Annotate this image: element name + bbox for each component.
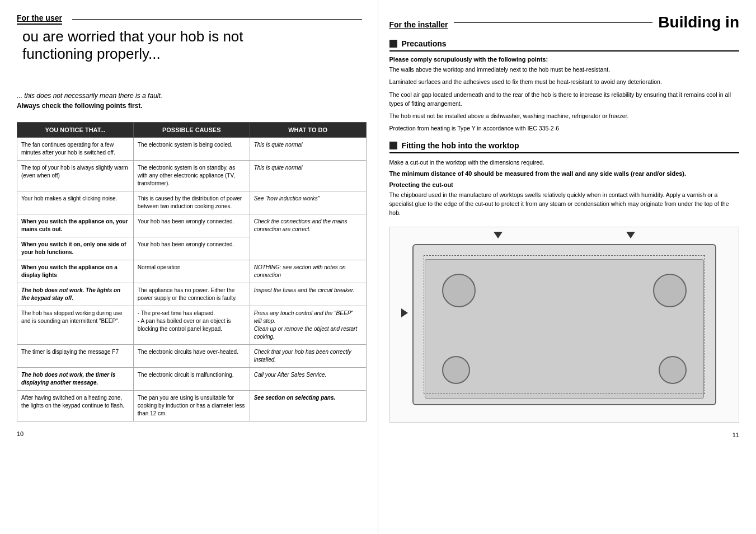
- precautions-paragraph: The hob must not be installed above a di…: [389, 111, 740, 120]
- notice-cell: The timer is displaying the message F7: [17, 345, 134, 368]
- table-row: Your hob makes a slight clicking noise.T…: [17, 191, 367, 214]
- table-row: When you switch the appliance on a displ…: [17, 260, 367, 283]
- sub-section-title: Protecting the cut-out: [389, 181, 740, 188]
- table-row: The timer is displaying the message F7Th…: [17, 345, 367, 368]
- table-row: The fan continues operating for a few mi…: [17, 138, 367, 161]
- col-header-notice: YOU NOTICE THAT...: [17, 123, 134, 138]
- what-cell: See section on selecting pans.: [250, 391, 366, 421]
- table-row: After having switched on a heating zone,…: [17, 391, 367, 421]
- left-header: For the user: [17, 13, 367, 25]
- what-cell: This is quite normal: [250, 161, 366, 191]
- what-cell: NOTHING: see section with notes on conne…: [250, 260, 366, 283]
- fitting-sub-text: The chipboard used in the manufacture of…: [389, 190, 740, 218]
- hob-diagram: [389, 227, 740, 423]
- hob-top-shape: [412, 244, 717, 405]
- fitting-intro: Make a cut-out in the worktop with the d…: [389, 158, 740, 167]
- dashed-top: [424, 255, 706, 256]
- cause-cell: This is caused by the distribution of po…: [133, 191, 250, 214]
- cause-cell: The electronic circuit is malfunctioning…: [133, 368, 250, 391]
- table-row: The hob has stopped working during use a…: [17, 306, 367, 345]
- headline: ou are worried that your hob is not func…: [22, 28, 367, 63]
- header-divider: [72, 19, 362, 20]
- notice-cell: Your hob makes a slight clicking noise.: [17, 191, 134, 214]
- cause-cell: The appliance has no power. Either the p…: [133, 283, 250, 306]
- cause-cell: Normal operation: [133, 260, 250, 283]
- subtext: ... this does not necessarily mean there…: [17, 91, 367, 111]
- precautions-title: Precautions: [402, 39, 447, 48]
- table-row: When you switch the appliance on, your m…: [17, 214, 367, 237]
- cause-cell: The pan you are using is unsuitable for …: [133, 391, 250, 421]
- what-cell: Check the connections and the mains conn…: [250, 214, 366, 260]
- precautions-bold: Please comply scrupulously with the foll…: [389, 56, 740, 63]
- dashed-bottom: [424, 394, 706, 394]
- what-cell: Inspect the fuses and the circuit breake…: [250, 283, 366, 306]
- building-in-title: Building in: [658, 13, 739, 31]
- left-page: For the user ou are worried that your ho…: [0, 0, 378, 534]
- right-header: For the installer Building in: [389, 13, 740, 31]
- arrow-right-left: [401, 308, 408, 317]
- fitting-title: Fitting the hob into the worktop: [402, 141, 519, 150]
- precautions-paragraph: The walls above the worktop and immediat…: [389, 65, 740, 74]
- what-cell: See "how induction works": [250, 191, 366, 214]
- what-cell: Call your After Sales Service.: [250, 368, 366, 391]
- precautions-paragraph: The cool air gap located underneath and …: [389, 90, 740, 109]
- dashed-left: [424, 255, 424, 394]
- notice-cell: The hob does not work. The lights on the…: [17, 283, 134, 306]
- table-row: The hob does not work. The lights on the…: [17, 283, 367, 306]
- notice-cell: The top of your hob is always slightly w…: [17, 161, 134, 191]
- for-installer-label: For the installer: [389, 20, 448, 29]
- hob-zone-br: [659, 356, 687, 384]
- hob-zone-tl: [442, 274, 476, 307]
- table-row: The top of your hob is always slightly w…: [17, 161, 367, 191]
- hob-zone-bl: [442, 356, 470, 384]
- cause-cell: The electronic system is being cooled.: [133, 138, 250, 161]
- page-number-left: 10: [17, 430, 367, 437]
- notice-cell: When you switch the appliance on a displ…: [17, 260, 134, 283]
- notice-cell: When you switch it on, only one side of …: [17, 237, 134, 260]
- cause-cell: The electronic system is on standby, as …: [133, 161, 250, 191]
- page-number-right: 11: [389, 432, 740, 438]
- notice-cell: The hob has stopped working during use a…: [17, 306, 134, 345]
- precautions-paragraph: Protection from heating is Type Y in acc…: [389, 124, 740, 133]
- installer-line: [454, 22, 653, 23]
- fitting-section-header: Fitting the hob into the worktop: [389, 141, 740, 153]
- col-header-what: WHAT TO DO: [250, 123, 366, 138]
- cause-cell: The electronic circuits have over-heated…: [133, 345, 250, 368]
- cause-cell: - The pre-set time has elapsed.- A pan h…: [133, 306, 250, 345]
- precautions-paragraphs: The walls above the worktop and immediat…: [389, 65, 740, 133]
- arrow-down-1: [494, 232, 503, 238]
- hob-zone-tr: [653, 274, 687, 307]
- what-cell: Press any touch control and the "BEEP" w…: [250, 306, 366, 345]
- notice-cell: After having switched on a heating zone,…: [17, 391, 134, 421]
- notice-cell: The hob does not work, the timer is disp…: [17, 368, 134, 391]
- hob-inner-shape: [425, 259, 705, 399]
- what-cell: This is quite normal: [250, 138, 366, 161]
- table-row: The hob does not work, the timer is disp…: [17, 368, 367, 391]
- dashed-right: [705, 255, 705, 394]
- fitting-bold: The minimum distance of 40 should be mea…: [389, 170, 740, 177]
- arrow-down-2: [626, 232, 635, 238]
- right-page: For the installer Building in Precaution…: [378, 0, 757, 534]
- notice-cell: The fan continues operating for a few mi…: [17, 138, 134, 161]
- what-cell: Check that your hob has been correctly i…: [250, 345, 366, 368]
- precautions-section-header: Precautions: [389, 39, 740, 51]
- for-user-label: For the user: [17, 13, 62, 25]
- precautions-icon: [389, 40, 397, 48]
- col-header-causes: POSSIBLE CAUSES: [133, 123, 250, 138]
- troubleshoot-table: YOU NOTICE THAT... POSSIBLE CAUSES WHAT …: [17, 122, 367, 421]
- precautions-paragraph: Laminated surfaces and the adhesives use…: [389, 77, 740, 86]
- cause-cell: Your hob has been wrongly connected.: [133, 214, 250, 237]
- fitting-icon: [389, 142, 397, 149]
- cause-cell: Your hob has been wrongly connected.: [133, 237, 250, 260]
- notice-cell: When you switch the appliance on, your m…: [17, 214, 134, 237]
